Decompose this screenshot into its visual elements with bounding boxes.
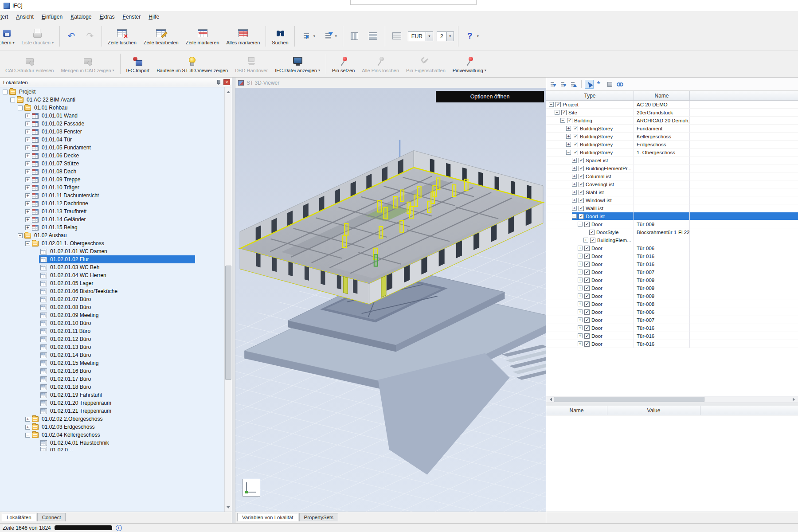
checkbox-checked[interactable] bbox=[584, 293, 590, 299]
structure-tree-button[interactable]: ▾ bbox=[319, 28, 340, 44]
ifc-tree-row[interactable]: +DoorTür-006 bbox=[546, 308, 798, 316]
tree-item[interactable]: 01.02.01.12 Büro bbox=[0, 335, 224, 343]
checkbox-checked[interactable] bbox=[584, 309, 590, 315]
tree-item[interactable]: 01.02.01.17 Büro bbox=[0, 375, 224, 383]
checkbox-checked[interactable] bbox=[573, 134, 578, 139]
expand-box[interactable]: + bbox=[25, 425, 30, 430]
tree-item[interactable]: +01.01.12 Dachrinne bbox=[0, 200, 224, 207]
tab-lokalitäten[interactable]: Lokalitäten bbox=[2, 513, 36, 521]
tree-item[interactable]: 01.02.01.20 Treppenraum bbox=[0, 399, 224, 407]
ifc-tree-row[interactable]: +SpaceList bbox=[546, 156, 798, 164]
tree-item[interactable]: 01.02.01.08 Büro bbox=[0, 303, 224, 311]
ifc-tree-row[interactable]: +DoorTür-008 bbox=[546, 300, 798, 308]
tree-item[interactable]: +01.01.08 Dach bbox=[0, 168, 224, 176]
expand-box[interactable]: + bbox=[25, 169, 30, 174]
pick-element-icon[interactable] bbox=[585, 80, 594, 89]
tree-item[interactable]: +01.01.09 Treppe bbox=[0, 176, 224, 184]
collapse-branches-icon[interactable] bbox=[569, 80, 578, 89]
split-columns-button[interactable] bbox=[345, 28, 364, 44]
checkbox-checked[interactable] bbox=[573, 126, 578, 131]
scrollbar-thumb[interactable] bbox=[225, 266, 231, 380]
tree-item[interactable]: 01.02.01.10 Büro bbox=[0, 319, 224, 327]
tree-item[interactable]: +01.01.02 Fassade bbox=[0, 120, 224, 128]
checkbox-checked[interactable] bbox=[555, 102, 561, 107]
tree-item[interactable]: +01.01.10 Träger bbox=[0, 184, 224, 192]
expand-box[interactable]: + bbox=[25, 209, 30, 214]
tree-item[interactable]: 01.02.01.01 WC Damen bbox=[0, 247, 224, 255]
column-header-prop-value[interactable]: Value bbox=[607, 406, 700, 415]
tree-item[interactable]: −01.01 Rohbau bbox=[0, 104, 224, 112]
expand-box[interactable]: + bbox=[566, 126, 571, 131]
neutral-cube-icon[interactable] bbox=[605, 80, 614, 89]
ifc-tree-row[interactable]: +DoorTür-009 bbox=[546, 292, 798, 300]
tree-item[interactable]: +01.01.04 Tür bbox=[0, 136, 224, 144]
tree-item[interactable]: +01.01.06 Decke bbox=[0, 152, 224, 160]
checkbox-checked[interactable] bbox=[589, 230, 595, 235]
expand-box[interactable]: + bbox=[578, 325, 583, 330]
link-elements-icon[interactable] bbox=[615, 80, 624, 89]
column-header-prop-name[interactable]: Name bbox=[546, 406, 607, 415]
scroll-right-button[interactable] bbox=[791, 396, 798, 403]
tree-item[interactable]: 01.02.01.14 Büro bbox=[0, 351, 224, 359]
split-panes-button[interactable] bbox=[364, 28, 383, 44]
expand-box[interactable]: + bbox=[578, 246, 583, 250]
scrollbar-thumb[interactable] bbox=[554, 397, 704, 402]
ifc-tree-row[interactable]: −BuildingStorey1. Obergeschoss bbox=[546, 149, 798, 156]
expand-box[interactable]: + bbox=[572, 166, 577, 171]
tree-item[interactable]: −01 AC 22 BIM Avanti bbox=[0, 96, 224, 104]
show-ifc-file-button[interactable]: IFC-Datei anzeigen▾ bbox=[271, 54, 324, 74]
ifc-tree-row[interactable]: −ProjectAC 20 DEMO bbox=[546, 101, 798, 109]
collapse-box[interactable]: − bbox=[25, 433, 30, 438]
autohide-pin-icon[interactable] bbox=[215, 79, 222, 86]
expand-box[interactable]: + bbox=[25, 201, 30, 206]
tree-item[interactable]: 01.02.01.06 Bistro/Teeküche bbox=[0, 287, 224, 295]
menu-fenster[interactable]: Fenster bbox=[119, 12, 145, 22]
expand-box[interactable]: + bbox=[25, 185, 30, 190]
ifc-tree-row[interactable]: +DoorTür-007 bbox=[546, 316, 798, 324]
tree-item[interactable]: +01.01.07 Stütze bbox=[0, 160, 224, 168]
scroll-up-button[interactable] bbox=[225, 87, 232, 94]
close-panel-icon[interactable] bbox=[223, 79, 230, 85]
ifc-tree-row[interactable]: +BuildingElem... bbox=[546, 236, 798, 244]
ifc-tree-row[interactable]: +DoorTür-016 bbox=[546, 260, 798, 268]
expand-level-icon[interactable] bbox=[549, 80, 558, 89]
checkbox-checked[interactable] bbox=[579, 174, 584, 179]
collapse-box[interactable]: − bbox=[18, 106, 23, 110]
checkbox-checked[interactable] bbox=[584, 301, 590, 307]
tree-item[interactable]: 01.02.01.02 Flur bbox=[0, 255, 224, 263]
tree-item[interactable]: +01.02.02 2.Obergeschoss bbox=[0, 415, 224, 423]
checkbox-checked[interactable] bbox=[584, 286, 590, 291]
tree-item[interactable]: +01.01.14 Geländer bbox=[0, 215, 224, 223]
help-button[interactable]: ▾ bbox=[461, 28, 482, 44]
tree-item[interactable]: −01.02.04 Kellergeschoss bbox=[0, 431, 224, 439]
menu-tert[interactable]: tert bbox=[0, 12, 12, 22]
tree-item[interactable]: +01.02.03 Erdgeschoss bbox=[0, 423, 224, 431]
collapse-box[interactable]: − bbox=[10, 98, 15, 102]
tree-item[interactable]: +01.01.15 Belag bbox=[0, 223, 224, 231]
set-pin-button[interactable]: Pin setzen bbox=[329, 54, 358, 74]
checkbox-checked[interactable] bbox=[584, 270, 590, 275]
expand-box[interactable]: + bbox=[572, 182, 577, 187]
save-button[interactable]: chern▾ bbox=[0, 26, 18, 47]
tree-item[interactable]: +01.01.05 Fundament bbox=[0, 144, 224, 152]
ifc-tree-row[interactable]: +DoorTür-006 bbox=[546, 244, 798, 252]
collapse-box[interactable]: − bbox=[3, 90, 8, 94]
tree-item[interactable]: 01.02.01.09 Meeting bbox=[0, 311, 224, 319]
expand-box[interactable]: + bbox=[572, 174, 577, 179]
ifc-tree-row[interactable]: +DoorTür-016 bbox=[546, 324, 798, 332]
expand-box[interactable]: + bbox=[578, 254, 583, 258]
mark-row-button[interactable]: Zeile markieren bbox=[182, 26, 223, 47]
tree-item[interactable]: +01.01.11 Dachuntersicht bbox=[0, 192, 224, 200]
checkbox-checked[interactable] bbox=[584, 254, 590, 259]
ifc-tree-row[interactable]: +SlabList bbox=[546, 188, 798, 196]
mark-all-button[interactable]: Alles markieren bbox=[223, 26, 264, 47]
ifc-tree-row[interactable]: −BuildingARCHICAD 20 Demoh... bbox=[546, 117, 798, 125]
expand-box[interactable]: + bbox=[566, 134, 571, 139]
ifc-tree-row[interactable]: DoorStyleBlockrahmentür 1-Fl 22 bbox=[546, 228, 798, 236]
ifc-tree-row[interactable]: +WindowList bbox=[546, 196, 798, 204]
horizontal-scrollbar[interactable] bbox=[546, 396, 798, 403]
tree-item[interactable]: 01.02.01.05 Lager bbox=[0, 279, 224, 287]
tab-connect[interactable]: Connect bbox=[37, 513, 66, 521]
checkbox-checked[interactable] bbox=[579, 158, 584, 163]
column-header-type[interactable]: Type bbox=[546, 91, 634, 100]
